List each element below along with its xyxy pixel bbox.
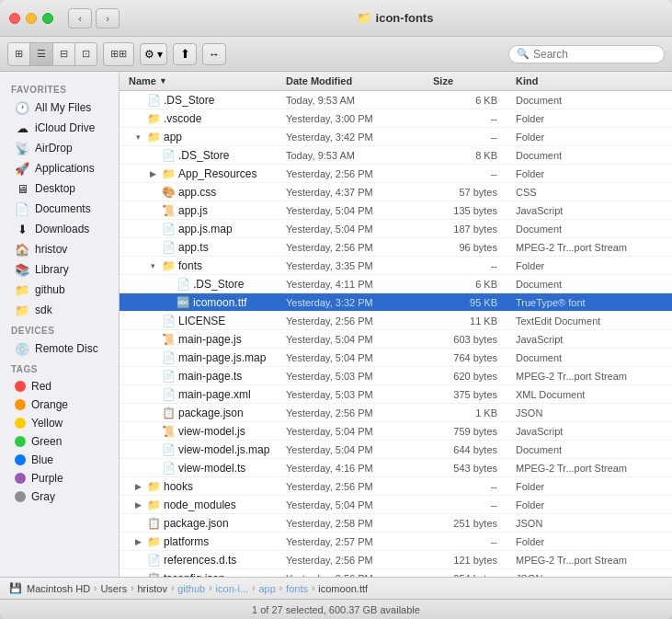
file-kind: Folder xyxy=(516,481,663,492)
file-size: 603 bytes xyxy=(433,334,516,345)
sidebar-item-github[interactable]: 📁github xyxy=(4,280,115,300)
close-button[interactable] xyxy=(9,13,20,24)
table-row[interactable]: 📄 main-page.ts Yesterday, 5:03 PM 620 by… xyxy=(120,367,672,385)
disclosure-arrow[interactable]: ▶ xyxy=(132,481,143,492)
table-row[interactable]: 📄 main-page.js.map Yesterday, 5:04 PM 76… xyxy=(120,349,672,367)
sidebar-item-tag-red[interactable]: Red xyxy=(4,377,115,395)
file-icon: 📄 xyxy=(162,241,175,254)
table-row[interactable]: 📄 LICENSE Yesterday, 2:56 PM 11 KB TextE… xyxy=(120,312,672,330)
table-row[interactable]: 📄 .DS_Store Today, 9:53 AM 6 KB Document xyxy=(120,91,672,109)
sidebar-item-applications[interactable]: 🚀Applications xyxy=(4,158,115,178)
breadcrumb-item-icomoon[interactable]: icomoon.ttf xyxy=(318,583,368,594)
file-date: Yesterday, 3:00 PM xyxy=(286,113,433,124)
view-column-btn[interactable]: ⊟ xyxy=(53,43,75,65)
back-button[interactable]: ‹ xyxy=(68,8,92,29)
table-row[interactable]: 📜 main-page.js Yesterday, 5:04 PM 603 by… xyxy=(120,330,672,349)
file-size: 6 KB xyxy=(433,95,516,106)
disclosure-arrow[interactable]: ▶ xyxy=(132,536,143,547)
table-row[interactable]: ▶ 📁 App_Resources Yesterday, 2:56 PM -- … xyxy=(120,165,672,183)
table-row[interactable]: 🎨 app.css Yesterday, 4:37 PM 57 bytes CS… xyxy=(120,183,672,201)
sidebar-item-tag-blue[interactable]: Blue xyxy=(4,451,115,469)
sidebar-item-remote-disc[interactable]: 💿Remote Disc xyxy=(4,338,115,359)
sidebar-item-icloud-drive[interactable]: ☁iCloud Drive xyxy=(4,118,115,138)
sidebar-item-tag-gray[interactable]: Gray xyxy=(4,487,115,506)
file-icon: 📁 xyxy=(162,167,175,180)
gear-button[interactable]: ⚙ ▾ xyxy=(140,43,167,65)
minimize-button[interactable] xyxy=(26,13,37,24)
table-row[interactable]: 📄 app.js.map Yesterday, 5:04 PM 187 byte… xyxy=(120,220,672,238)
file-date: Yesterday, 2:58 PM xyxy=(286,518,433,529)
breadcrumb-item-users[interactable]: Users xyxy=(100,583,127,594)
sidebar-icon-library: 📚 xyxy=(15,262,29,277)
arrange-btn[interactable]: ⊞⊞ xyxy=(104,43,133,65)
col-name[interactable]: Name ▼ xyxy=(129,75,286,86)
table-row[interactable]: ▶ 📁 platforms Yesterday, 2:57 PM -- Fold… xyxy=(120,533,672,551)
table-row[interactable]: 📄 view-model.js.map Yesterday, 5:04 PM 6… xyxy=(120,441,672,459)
breadcrumb-item-app[interactable]: app xyxy=(258,583,275,594)
table-row[interactable]: 📄 view-model.ts Yesterday, 4:16 PM 543 b… xyxy=(120,459,672,477)
breadcrumb-item-github[interactable]: github xyxy=(177,583,205,594)
file-size: 543 bytes xyxy=(433,463,516,474)
sidebar-item-airdrop[interactable]: 📡AirDrop xyxy=(4,138,115,158)
breadcrumb-item-hristov[interactable]: hristov xyxy=(138,583,167,594)
toolbar: ⊞ ☰ ⊟ ⊡ ⊞⊞ ⚙ ▾ ⬆ ↔ 🔍 xyxy=(0,37,672,72)
maximize-button[interactable] xyxy=(42,13,53,24)
share-button[interactable]: ⬆ xyxy=(173,43,197,65)
sidebar-item-all-my-files[interactable]: 🕐All My Files xyxy=(4,97,115,118)
table-row[interactable]: 📄 main-page.xml Yesterday, 5:03 PM 375 b… xyxy=(120,385,672,404)
sidebar-item-tag-green[interactable]: Green xyxy=(4,432,115,451)
file-name-cell: 📄 app.js.map xyxy=(129,223,286,235)
table-row[interactable]: 📄 .DS_Store Today, 9:53 AM 8 KB Document xyxy=(120,146,672,165)
sidebar-item-desktop[interactable]: 🖥Desktop xyxy=(4,178,115,199)
forward-button[interactable]: › xyxy=(96,8,120,29)
breadcrumb-item-macintosh-hd[interactable]: 💾Macintosh HD xyxy=(9,582,90,594)
sidebar-item-documents[interactable]: 📄Documents xyxy=(4,199,115,219)
table-row[interactable]: ▶ 📁 node_modules Yesterday, 5:04 PM -- F… xyxy=(120,496,672,514)
sidebar: Favorites 🕐All My Files☁iCloud Drive📡Air… xyxy=(0,72,120,577)
table-row[interactable]: 📄 app.ts Yesterday, 2:56 PM 96 bytes MPE… xyxy=(120,238,672,257)
file-icon: 📄 xyxy=(162,351,175,364)
col-modified[interactable]: Date Modified xyxy=(286,75,433,86)
sidebar-item-downloads[interactable]: ⬇Downloads xyxy=(4,219,115,239)
sidebar-item-hristov[interactable]: 🏠hristov xyxy=(4,239,115,259)
file-kind: MPEG-2 Tr...port Stream xyxy=(516,555,663,566)
table-row[interactable]: ▾ 📁 app Yesterday, 3:42 PM -- Folder xyxy=(120,128,672,146)
disclosure-arrow[interactable]: ▾ xyxy=(147,260,158,271)
table-row[interactable]: 📋 package.json Yesterday, 2:56 PM 1 KB J… xyxy=(120,404,672,422)
table-row[interactable]: 📄 references.d.ts Yesterday, 2:56 PM 121… xyxy=(120,551,672,569)
tag-dot-red xyxy=(15,381,26,392)
sidebar-item-tag-purple[interactable]: Purple xyxy=(4,469,115,487)
disclosure-arrow[interactable]: ▶ xyxy=(132,499,143,510)
search-input[interactable] xyxy=(533,48,662,61)
view-list-btn[interactable]: ☰ xyxy=(30,43,53,65)
breadcrumb-item-fonts[interactable]: fonts xyxy=(286,583,308,594)
sidebar-label-icloud-drive: iCloud Drive xyxy=(35,121,95,134)
file-size: 251 bytes xyxy=(433,518,516,529)
sidebar-item-library[interactable]: 📚Library xyxy=(4,259,115,280)
table-row[interactable]: 📜 view-model.js Yesterday, 5:04 PM 759 b… xyxy=(120,422,672,441)
disclosure-arrow[interactable]: ▶ xyxy=(147,168,158,179)
table-row[interactable]: 📋 tsconfig.json Yesterday, 2:56 PM 254 b… xyxy=(120,569,672,577)
sidebar-item-tag-yellow[interactable]: Yellow xyxy=(4,414,115,432)
file-size: 96 bytes xyxy=(433,242,516,253)
table-row[interactable]: 🔤 icomoon.ttf Yesterday, 3:32 PM 95 KB T… xyxy=(120,293,672,312)
view-icon-btn[interactable]: ⊞ xyxy=(8,43,30,65)
sidebar-item-tag-orange[interactable]: Orange xyxy=(4,395,115,414)
table-row[interactable]: 📄 .DS_Store Yesterday, 4:11 PM 6 KB Docu… xyxy=(120,275,672,293)
col-kind[interactable]: Kind xyxy=(516,75,663,86)
path-button[interactable]: ↔ xyxy=(202,43,226,65)
breadcrumb-item-icon-fonts[interactable]: icon-i... xyxy=(216,583,248,594)
file-kind: MPEG-2 Tr...port Stream xyxy=(516,242,663,253)
table-row[interactable]: ▶ 📁 hooks Yesterday, 2:56 PM -- Folder xyxy=(120,477,672,496)
table-row[interactable]: ▾ 📁 fonts Yesterday, 3:35 PM -- Folder xyxy=(120,257,672,275)
file-name-text: LICENSE xyxy=(178,315,225,327)
table-row[interactable]: 📋 package.json Yesterday, 2:58 PM 251 by… xyxy=(120,514,672,533)
view-toggle-group: ⊞ ☰ ⊟ ⊡ xyxy=(7,42,97,66)
table-row[interactable]: 📁 .vscode Yesterday, 3:00 PM -- Folder xyxy=(120,109,672,128)
view-cover-btn[interactable]: ⊡ xyxy=(75,43,97,65)
table-row[interactable]: 📜 app.js Yesterday, 5:04 PM 135 bytes Ja… xyxy=(120,201,672,220)
disclosure-arrow[interactable]: ▾ xyxy=(132,132,143,143)
title-folder-icon: 📁 xyxy=(357,11,371,25)
col-size[interactable]: Size xyxy=(433,75,516,86)
sidebar-item-sdk[interactable]: 📁sdk xyxy=(4,300,115,320)
